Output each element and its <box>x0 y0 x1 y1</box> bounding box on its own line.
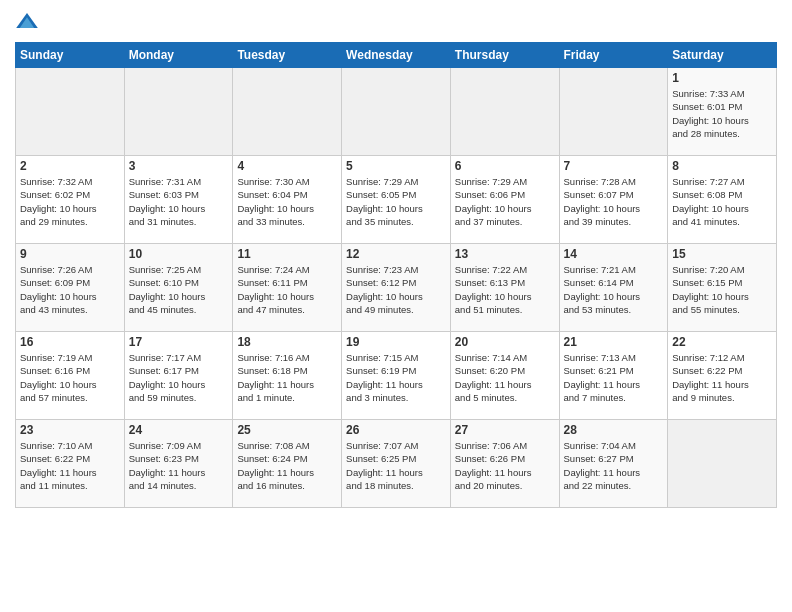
day-number: 5 <box>346 159 446 173</box>
day-number: 13 <box>455 247 555 261</box>
day-info: Sunrise: 7:24 AMSunset: 6:11 PMDaylight:… <box>237 263 337 316</box>
day-number: 11 <box>237 247 337 261</box>
day-info: Sunrise: 7:29 AMSunset: 6:05 PMDaylight:… <box>346 175 446 228</box>
day-info: Sunrise: 7:10 AMSunset: 6:22 PMDaylight:… <box>20 439 120 492</box>
day-cell: 11Sunrise: 7:24 AMSunset: 6:11 PMDayligh… <box>233 244 342 332</box>
day-number: 12 <box>346 247 446 261</box>
day-info: Sunrise: 7:25 AMSunset: 6:10 PMDaylight:… <box>129 263 229 316</box>
day-cell: 4Sunrise: 7:30 AMSunset: 6:04 PMDaylight… <box>233 156 342 244</box>
day-number: 16 <box>20 335 120 349</box>
weekday-monday: Monday <box>124 43 233 68</box>
day-cell: 21Sunrise: 7:13 AMSunset: 6:21 PMDayligh… <box>559 332 668 420</box>
day-cell: 25Sunrise: 7:08 AMSunset: 6:24 PMDayligh… <box>233 420 342 508</box>
day-number: 22 <box>672 335 772 349</box>
day-info: Sunrise: 7:13 AMSunset: 6:21 PMDaylight:… <box>564 351 664 404</box>
header <box>15 10 777 34</box>
day-info: Sunrise: 7:17 AMSunset: 6:17 PMDaylight:… <box>129 351 229 404</box>
day-number: 7 <box>564 159 664 173</box>
day-cell: 18Sunrise: 7:16 AMSunset: 6:18 PMDayligh… <box>233 332 342 420</box>
day-info: Sunrise: 7:19 AMSunset: 6:16 PMDaylight:… <box>20 351 120 404</box>
day-info: Sunrise: 7:33 AMSunset: 6:01 PMDaylight:… <box>672 87 772 140</box>
day-number: 20 <box>455 335 555 349</box>
logo <box>15 10 43 34</box>
day-cell: 22Sunrise: 7:12 AMSunset: 6:22 PMDayligh… <box>668 332 777 420</box>
day-number: 1 <box>672 71 772 85</box>
day-number: 18 <box>237 335 337 349</box>
weekday-row: SundayMondayTuesdayWednesdayThursdayFrid… <box>16 43 777 68</box>
day-number: 8 <box>672 159 772 173</box>
day-number: 28 <box>564 423 664 437</box>
logo-icon <box>15 10 39 34</box>
day-info: Sunrise: 7:04 AMSunset: 6:27 PMDaylight:… <box>564 439 664 492</box>
day-info: Sunrise: 7:32 AMSunset: 6:02 PMDaylight:… <box>20 175 120 228</box>
day-cell: 5Sunrise: 7:29 AMSunset: 6:05 PMDaylight… <box>342 156 451 244</box>
day-number: 21 <box>564 335 664 349</box>
day-number: 9 <box>20 247 120 261</box>
page: SundayMondayTuesdayWednesdayThursdayFrid… <box>0 0 792 612</box>
day-cell <box>124 68 233 156</box>
day-number: 15 <box>672 247 772 261</box>
day-info: Sunrise: 7:22 AMSunset: 6:13 PMDaylight:… <box>455 263 555 316</box>
week-row-1: 2Sunrise: 7:32 AMSunset: 6:02 PMDaylight… <box>16 156 777 244</box>
day-cell <box>559 68 668 156</box>
day-number: 24 <box>129 423 229 437</box>
day-cell <box>668 420 777 508</box>
day-cell: 24Sunrise: 7:09 AMSunset: 6:23 PMDayligh… <box>124 420 233 508</box>
day-cell: 10Sunrise: 7:25 AMSunset: 6:10 PMDayligh… <box>124 244 233 332</box>
day-number: 3 <box>129 159 229 173</box>
day-info: Sunrise: 7:20 AMSunset: 6:15 PMDaylight:… <box>672 263 772 316</box>
day-info: Sunrise: 7:31 AMSunset: 6:03 PMDaylight:… <box>129 175 229 228</box>
day-cell: 3Sunrise: 7:31 AMSunset: 6:03 PMDaylight… <box>124 156 233 244</box>
day-cell: 15Sunrise: 7:20 AMSunset: 6:15 PMDayligh… <box>668 244 777 332</box>
day-cell: 1Sunrise: 7:33 AMSunset: 6:01 PMDaylight… <box>668 68 777 156</box>
day-number: 23 <box>20 423 120 437</box>
calendar-header: SundayMondayTuesdayWednesdayThursdayFrid… <box>16 43 777 68</box>
day-number: 6 <box>455 159 555 173</box>
day-info: Sunrise: 7:23 AMSunset: 6:12 PMDaylight:… <box>346 263 446 316</box>
day-info: Sunrise: 7:12 AMSunset: 6:22 PMDaylight:… <box>672 351 772 404</box>
day-info: Sunrise: 7:16 AMSunset: 6:18 PMDaylight:… <box>237 351 337 404</box>
weekday-friday: Friday <box>559 43 668 68</box>
weekday-saturday: Saturday <box>668 43 777 68</box>
day-number: 2 <box>20 159 120 173</box>
day-cell: 7Sunrise: 7:28 AMSunset: 6:07 PMDaylight… <box>559 156 668 244</box>
day-number: 14 <box>564 247 664 261</box>
day-info: Sunrise: 7:09 AMSunset: 6:23 PMDaylight:… <box>129 439 229 492</box>
day-cell: 27Sunrise: 7:06 AMSunset: 6:26 PMDayligh… <box>450 420 559 508</box>
day-cell: 6Sunrise: 7:29 AMSunset: 6:06 PMDaylight… <box>450 156 559 244</box>
day-info: Sunrise: 7:27 AMSunset: 6:08 PMDaylight:… <box>672 175 772 228</box>
day-info: Sunrise: 7:06 AMSunset: 6:26 PMDaylight:… <box>455 439 555 492</box>
day-cell: 12Sunrise: 7:23 AMSunset: 6:12 PMDayligh… <box>342 244 451 332</box>
day-cell: 23Sunrise: 7:10 AMSunset: 6:22 PMDayligh… <box>16 420 125 508</box>
day-number: 4 <box>237 159 337 173</box>
day-info: Sunrise: 7:07 AMSunset: 6:25 PMDaylight:… <box>346 439 446 492</box>
day-info: Sunrise: 7:30 AMSunset: 6:04 PMDaylight:… <box>237 175 337 228</box>
day-cell: 26Sunrise: 7:07 AMSunset: 6:25 PMDayligh… <box>342 420 451 508</box>
day-info: Sunrise: 7:26 AMSunset: 6:09 PMDaylight:… <box>20 263 120 316</box>
week-row-3: 16Sunrise: 7:19 AMSunset: 6:16 PMDayligh… <box>16 332 777 420</box>
day-number: 26 <box>346 423 446 437</box>
day-number: 25 <box>237 423 337 437</box>
day-number: 27 <box>455 423 555 437</box>
day-info: Sunrise: 7:15 AMSunset: 6:19 PMDaylight:… <box>346 351 446 404</box>
day-cell: 17Sunrise: 7:17 AMSunset: 6:17 PMDayligh… <box>124 332 233 420</box>
day-cell: 13Sunrise: 7:22 AMSunset: 6:13 PMDayligh… <box>450 244 559 332</box>
calendar-body: 1Sunrise: 7:33 AMSunset: 6:01 PMDaylight… <box>16 68 777 508</box>
day-cell: 19Sunrise: 7:15 AMSunset: 6:19 PMDayligh… <box>342 332 451 420</box>
day-number: 17 <box>129 335 229 349</box>
day-cell <box>450 68 559 156</box>
week-row-0: 1Sunrise: 7:33 AMSunset: 6:01 PMDaylight… <box>16 68 777 156</box>
day-info: Sunrise: 7:29 AMSunset: 6:06 PMDaylight:… <box>455 175 555 228</box>
day-cell: 8Sunrise: 7:27 AMSunset: 6:08 PMDaylight… <box>668 156 777 244</box>
week-row-2: 9Sunrise: 7:26 AMSunset: 6:09 PMDaylight… <box>16 244 777 332</box>
weekday-tuesday: Tuesday <box>233 43 342 68</box>
weekday-wednesday: Wednesday <box>342 43 451 68</box>
weekday-sunday: Sunday <box>16 43 125 68</box>
day-info: Sunrise: 7:21 AMSunset: 6:14 PMDaylight:… <box>564 263 664 316</box>
day-cell: 2Sunrise: 7:32 AMSunset: 6:02 PMDaylight… <box>16 156 125 244</box>
day-number: 10 <box>129 247 229 261</box>
weekday-thursday: Thursday <box>450 43 559 68</box>
day-info: Sunrise: 7:28 AMSunset: 6:07 PMDaylight:… <box>564 175 664 228</box>
week-row-4: 23Sunrise: 7:10 AMSunset: 6:22 PMDayligh… <box>16 420 777 508</box>
day-cell <box>233 68 342 156</box>
